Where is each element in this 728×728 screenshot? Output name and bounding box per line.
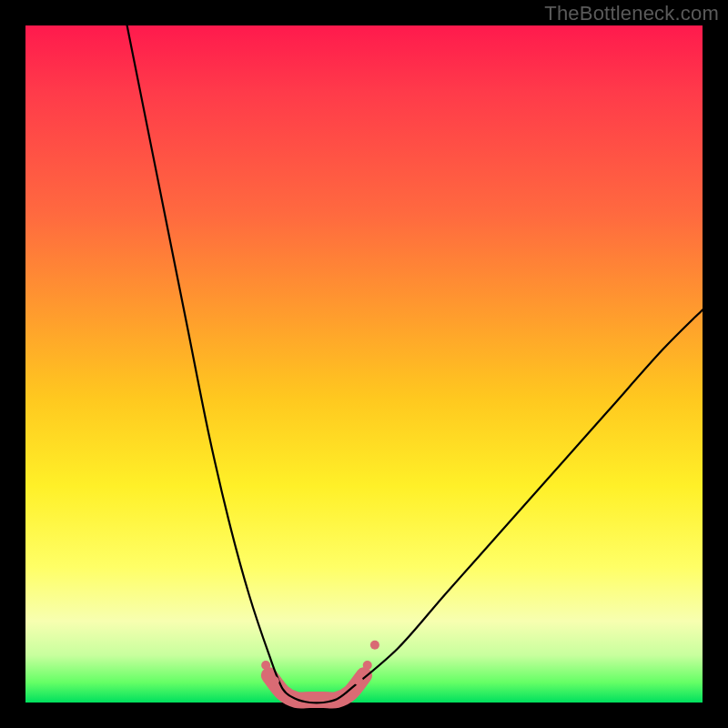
chart-plot-area [25,25,703,703]
chart-svg [25,25,703,703]
trough-dot [270,676,279,685]
trough-dot [370,641,379,650]
outer-frame: TheBottleneck.com [0,0,728,728]
watermark-text: TheBottleneck.com [544,2,719,25]
bottleneck-curve [127,25,703,703]
trough-dot [363,661,372,670]
trough-highlight [269,675,364,700]
trough-dot [354,676,363,685]
trough-dot [261,661,270,670]
